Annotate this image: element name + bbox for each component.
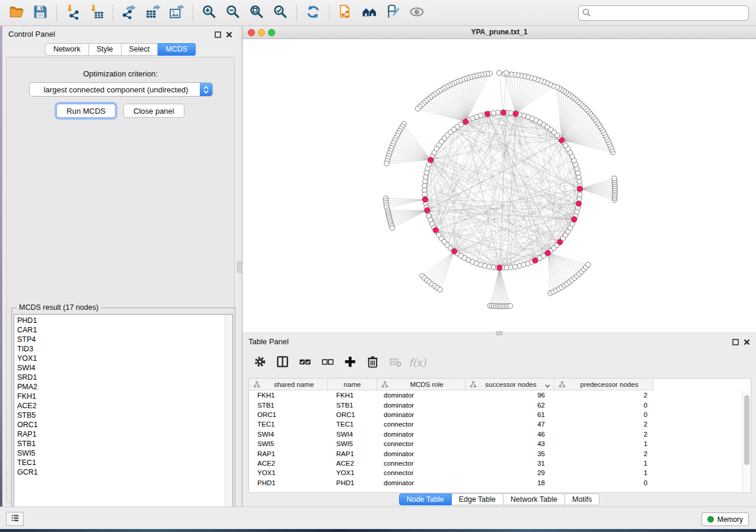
mcds-result-item[interactable]: PHD1 <box>14 316 224 325</box>
mcds-result-item[interactable]: ACE2 <box>14 401 224 411</box>
memory-button[interactable]: Memory <box>701 512 749 526</box>
table-row[interactable]: ACE2ACE2connector311 <box>249 459 742 468</box>
column-header-shared-name[interactable]: shared name <box>249 379 328 390</box>
close-panel-button[interactable]: Close panel <box>123 104 184 118</box>
task-list-icon <box>10 513 20 525</box>
table-row[interactable]: SWI4SWI4dominator462 <box>249 430 742 439</box>
column-label: name <box>328 381 377 388</box>
open-session-button[interactable] <box>7 4 27 23</box>
mcds-result-item[interactable]: TID3 <box>14 344 224 354</box>
close-panel-icon[interactable] <box>226 30 232 40</box>
table-scrollbar-thumb[interactable] <box>744 395 749 465</box>
network-canvas[interactable] <box>243 39 756 332</box>
table-row[interactable]: STB1STB1dominator620 <box>249 400 742 409</box>
cell-predecessors: 2 <box>554 392 653 399</box>
mcds-result-item[interactable]: SRD1 <box>14 373 224 382</box>
task-history-button[interactable] <box>6 512 24 526</box>
table-settings-button[interactable] <box>250 354 269 371</box>
tab-mcds[interactable]: MCDS <box>158 43 196 56</box>
tab-select[interactable]: Select <box>122 43 158 56</box>
show-network-overview-button[interactable] <box>359 4 379 23</box>
mcds-result-item[interactable]: STB1 <box>14 439 224 448</box>
table-panel: Table Panel f(x) shared namenameMCDS rol… <box>243 334 756 507</box>
zoom-fit-button[interactable] <box>247 4 267 23</box>
toolbar-separator <box>113 4 113 22</box>
tab-style[interactable]: Style <box>89 43 122 56</box>
mcds-result-item[interactable]: STB5 <box>14 411 224 420</box>
mcds-result-item[interactable]: PMA2 <box>14 382 224 392</box>
zoom-in-button[interactable] <box>199 4 219 23</box>
table-row[interactable]: PHD1PHD1dominator180 <box>249 478 742 488</box>
mcds-result-item[interactable]: RAP1 <box>14 430 224 439</box>
node-table-header: shared namenameMCDS rolesuccessor nodesp… <box>249 379 653 390</box>
cell-role: dominator <box>377 392 465 399</box>
mcds-result-item[interactable]: GCR1 <box>14 467 224 477</box>
zoom-out-button[interactable] <box>223 4 243 23</box>
cell-predecessors: 2 <box>554 431 653 438</box>
mcds-result-item[interactable]: ORC1 <box>14 420 224 430</box>
close-panel-icon[interactable] <box>744 337 750 348</box>
criterion-select[interactable]: largest connected component (undirected) <box>29 82 213 97</box>
tab-network-table[interactable]: Network Table <box>503 493 565 505</box>
tab-network[interactable]: Network <box>45 43 89 56</box>
float-panel-icon[interactable] <box>215 30 221 40</box>
tree-icon <box>381 381 388 388</box>
table-row[interactable]: FKH1FKH1dominator962 <box>249 390 742 400</box>
mcds-result-item[interactable]: FKH1 <box>14 392 224 401</box>
tab-motifs[interactable]: Motifs <box>565 493 599 505</box>
column-header-predecessor-nodes[interactable]: predecessor nodes <box>554 379 653 390</box>
table-row[interactable]: RAP1RAP1dominator352 <box>249 448 742 458</box>
mcds-list-scrollbar[interactable] <box>225 315 232 525</box>
run-mcds-button[interactable]: Run MCDS <box>56 104 116 118</box>
mcds-result-item[interactable]: STP4 <box>14 335 224 344</box>
column-header-MCDS-role[interactable]: MCDS role <box>377 379 465 390</box>
zoom-in-icon <box>202 4 217 21</box>
node-table-rows: FKH1FKH1dominator962STB1STB1dominator620… <box>249 390 742 488</box>
export-image-button[interactable] <box>167 4 187 23</box>
new-network-from-selection-icon <box>338 4 353 21</box>
table-row[interactable]: TEC1TEC1connector472 <box>249 419 742 429</box>
toggle-graphics-details-button[interactable] <box>407 4 427 23</box>
cell-predecessors: 0 <box>554 411 653 418</box>
show-annotations-button[interactable] <box>383 4 403 23</box>
zoom-selected-button[interactable] <box>270 4 291 23</box>
mcds-result-item[interactable]: CAR1 <box>14 325 224 335</box>
mcds-result-title: MCDS result (17 nodes) <box>17 303 101 312</box>
delete-columns-button[interactable] <box>363 354 382 371</box>
add-column-button[interactable] <box>340 354 359 371</box>
export-table-button[interactable] <box>143 4 163 23</box>
table-row[interactable]: SWI5SWI5connector431 <box>249 439 742 448</box>
control-panel-title: Control Panel <box>8 30 55 39</box>
network-window-titlebar[interactable]: YPA_prune.txt_1 <box>243 26 756 39</box>
tab-node-table[interactable]: Node Table <box>399 493 452 505</box>
save-session-button[interactable] <box>30 4 50 23</box>
float-panel-icon[interactable] <box>732 337 739 348</box>
table-scrollbar[interactable] <box>742 390 751 492</box>
cell-shared_name: SWI4 <box>249 431 328 438</box>
mcds-result-item[interactable]: SWI4 <box>14 363 224 373</box>
mcds-result-list[interactable]: PHD1CAR1STP4TID3YOX1SWI4SRD1PMA2FKH1ACE2… <box>14 314 233 526</box>
search-input[interactable] <box>578 5 749 21</box>
select-all-rows-button[interactable] <box>295 354 314 371</box>
cell-predecessors: 2 <box>554 450 653 457</box>
network-view-window: YPA_prune.txt_1 <box>243 26 756 332</box>
deselect-all-rows-button[interactable] <box>318 354 337 371</box>
import-table-button[interactable] <box>87 4 107 23</box>
export-network-button[interactable] <box>119 4 139 23</box>
tab-edge-table[interactable]: Edge Table <box>452 493 503 505</box>
mcds-result-item[interactable]: SWI5 <box>14 448 224 458</box>
new-network-from-selection-button[interactable] <box>336 4 356 23</box>
refresh-layout-button[interactable] <box>303 4 323 23</box>
table-row[interactable]: YOX1YOX1connector291 <box>249 468 742 477</box>
mcds-result-item[interactable]: YOX1 <box>14 354 224 363</box>
import-network-button[interactable] <box>63 4 83 23</box>
table-row[interactable]: ORC1ORC1dominator610 <box>249 410 742 419</box>
toolbar-separator <box>56 4 57 22</box>
cell-predecessors: 1 <box>554 440 653 447</box>
column-header-name[interactable]: name <box>328 379 377 390</box>
show-column-panel-button[interactable] <box>273 354 292 371</box>
delete-table-icon <box>388 355 402 370</box>
mcds-result-item[interactable]: TEC1 <box>14 458 224 467</box>
column-header-successor-nodes[interactable]: successor nodes <box>465 379 554 390</box>
main-toolbar <box>0 0 756 26</box>
